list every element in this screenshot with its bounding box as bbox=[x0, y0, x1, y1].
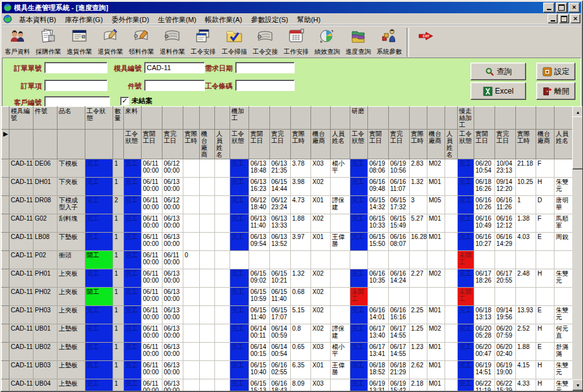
cell-product-name[interactable]: 下夾板 bbox=[58, 178, 85, 196]
incoming-person-cell[interactable] bbox=[215, 288, 230, 306]
machining-status-cell[interactable] bbox=[230, 251, 249, 269]
machining-status-cell[interactable]: 完工 bbox=[230, 343, 249, 361]
incoming-hours-cell[interactable] bbox=[183, 214, 200, 233]
grinding-person-cell[interactable] bbox=[445, 343, 458, 361]
wirecut-end-cell[interactable]: 06/20 02:40 bbox=[495, 343, 516, 361]
incoming-end-cell[interactable]: 06/13 00:00 bbox=[163, 269, 183, 288]
wirecut-start-cell[interactable]: 06/20 00:47 bbox=[474, 343, 495, 361]
cell-overall-status[interactable]: 完工 bbox=[85, 233, 113, 251]
grinding-hours-cell[interactable]: 2.62 bbox=[410, 361, 427, 379]
machining-person-cell[interactable]: 楊小平 bbox=[331, 159, 350, 178]
cell-qty[interactable]: 1 bbox=[113, 178, 124, 196]
wirecut-end-cell[interactable]: 09/14 12:20 bbox=[495, 178, 516, 196]
grinding-status-cell[interactable]: 完工 bbox=[350, 379, 368, 391]
cell-overall-status[interactable]: 完工 bbox=[85, 379, 113, 391]
machining-person-cell[interactable] bbox=[331, 306, 350, 324]
incoming-machine-cell[interactable] bbox=[200, 178, 215, 196]
wirecut-hours-cell[interactable]: 2.48 bbox=[516, 269, 536, 288]
wirecut-hours-cell[interactable]: 4.03 bbox=[516, 233, 536, 251]
toolbar-progress-query-button[interactable]: 進度查詢 bbox=[343, 26, 374, 59]
machining-person-cell[interactable]: 譚保建 bbox=[331, 324, 350, 343]
settings-button[interactable]: 設定 bbox=[536, 63, 575, 80]
machining-status-cell[interactable]: 完工 bbox=[230, 288, 249, 306]
grinding-start-cell[interactable]: 06/19 13:31 bbox=[368, 379, 389, 391]
cell-overall-status[interactable]: 開工 bbox=[85, 288, 113, 306]
toolbar-workorder-scan-button[interactable]: 工令掃描 bbox=[219, 26, 250, 59]
query-button[interactable]: 查詢 bbox=[470, 63, 526, 80]
machining-start-cell[interactable]: 06/15 15:13 bbox=[249, 379, 270, 391]
machining-start-cell[interactable]: 06/13 11:40 bbox=[249, 214, 270, 233]
grinding-machine-cell[interactable] bbox=[427, 288, 445, 306]
row-selector[interactable] bbox=[2, 159, 9, 178]
menu-item[interactable]: 基本資料(B) bbox=[15, 15, 61, 24]
machining-end-cell[interactable]: 06/16 02:55 bbox=[270, 361, 291, 379]
machining-start-cell[interactable]: 06/14 00:11 bbox=[249, 324, 270, 343]
wirecut-status-cell[interactable]: 完工 bbox=[458, 379, 474, 391]
machining-start-cell[interactable]: 06/12 18:40 bbox=[249, 196, 270, 214]
toolbar-work-schedule-button[interactable]: 工作安排 bbox=[281, 26, 312, 59]
wirecut-person-cell[interactable]: 朱雙元 bbox=[555, 269, 573, 288]
cell-part-no[interactable]: DH01 bbox=[34, 178, 58, 196]
cell-part-no[interactable]: PH03 bbox=[34, 306, 58, 324]
wirecut-start-cell[interactable]: 06/20 10:54 bbox=[474, 159, 495, 178]
grinding-status-cell[interactable] bbox=[350, 251, 368, 269]
incoming-machine-cell[interactable] bbox=[200, 343, 215, 361]
machining-machine-cell[interactable]: X02 bbox=[311, 288, 331, 306]
machining-start-cell[interactable]: 06/14 00:15 bbox=[249, 343, 270, 361]
cell-mold-no[interactable]: CAD-11 bbox=[9, 196, 34, 214]
incoming-hours-cell[interactable] bbox=[183, 361, 200, 379]
grinding-machine-cell[interactable]: M01 bbox=[427, 343, 445, 361]
grinding-machine-cell[interactable]: M02 bbox=[427, 269, 445, 288]
grinding-person-cell[interactable] bbox=[445, 196, 458, 214]
incoming-hours-cell[interactable] bbox=[183, 343, 200, 361]
cell-part-no[interactable]: PH02 bbox=[34, 288, 58, 306]
machining-end-cell[interactable]: 06/15 10:21 bbox=[270, 269, 291, 288]
cell-mold-no[interactable]: CAD-11 bbox=[9, 214, 34, 233]
cell-qty[interactable]: 1 bbox=[113, 159, 124, 178]
incoming-machine-cell[interactable] bbox=[200, 324, 215, 343]
cell-part-no[interactable]: UB01 bbox=[34, 324, 58, 343]
child-minimize-button[interactable] bbox=[548, 14, 558, 23]
grinding-machine-cell[interactable]: M01 bbox=[427, 361, 445, 379]
machining-status-cell[interactable]: 完工 bbox=[230, 233, 249, 251]
incoming-status-cell[interactable]: 完工 bbox=[124, 288, 142, 306]
incoming-status-cell[interactable]: 完工 bbox=[124, 361, 142, 379]
grinding-status-cell[interactable]: 完工 bbox=[350, 159, 368, 178]
cell-qty[interactable]: 1 bbox=[113, 306, 124, 324]
grinding-person-cell[interactable] bbox=[445, 306, 458, 324]
machining-machine-cell[interactable]: X03 bbox=[311, 379, 331, 391]
scroll-down-icon[interactable]: ▼ bbox=[572, 379, 582, 391]
incoming-hours-cell[interactable] bbox=[183, 269, 200, 288]
cell-qty[interactable]: 1 bbox=[113, 214, 124, 233]
grinding-end-cell[interactable]: 06/19 10:56 bbox=[389, 159, 410, 178]
toolbar-return-material-button[interactable]: 退料作業 bbox=[157, 26, 188, 59]
cell-qty[interactable]: 1 bbox=[113, 379, 124, 391]
wirecut-machine-cell[interactable]: H bbox=[536, 379, 555, 391]
incoming-status-cell[interactable]: 完工 bbox=[124, 159, 142, 178]
incoming-start-cell[interactable]: 06/11 00:00 bbox=[142, 251, 163, 269]
grinding-person-cell[interactable] bbox=[445, 379, 458, 391]
grinding-hours-cell[interactable]: 2.27 bbox=[410, 269, 427, 288]
machining-person-cell[interactable] bbox=[331, 214, 350, 233]
cell-qty[interactable]: 1 bbox=[113, 233, 124, 251]
machining-person-cell[interactable] bbox=[331, 269, 350, 288]
grinding-end-cell[interactable]: 06/17 14:55 bbox=[389, 324, 410, 343]
incoming-person-cell[interactable] bbox=[215, 269, 230, 288]
machining-person-cell[interactable] bbox=[331, 251, 350, 269]
wirecut-end-cell[interactable]: 06/16 14:29 bbox=[495, 233, 516, 251]
grinding-person-cell[interactable] bbox=[445, 251, 458, 269]
row-selector[interactable] bbox=[2, 324, 9, 343]
menu-item[interactable]: 庫存作業(G) bbox=[61, 15, 107, 24]
wirecut-start-cell[interactable]: 06/20 05:28 bbox=[474, 324, 495, 343]
grinding-hours-cell[interactable]: 5.27 bbox=[410, 214, 427, 233]
cell-mold-no[interactable]: CAD-11 bbox=[9, 379, 34, 391]
machining-start-cell[interactable]: 06/13 09:54 bbox=[249, 233, 270, 251]
incoming-end-cell[interactable]: 06/12 00:00 bbox=[163, 159, 183, 178]
cell-overall-status[interactable]: 完工 bbox=[85, 269, 113, 288]
incoming-machine-cell[interactable] bbox=[200, 306, 215, 324]
wirecut-start-cell[interactable]: 06/18 13:13 bbox=[474, 306, 495, 324]
row-selector[interactable] bbox=[2, 178, 9, 196]
grinding-end-cell[interactable]: 06/17 14:55 bbox=[389, 343, 410, 361]
wirecut-machine-cell[interactable]: E bbox=[536, 233, 555, 251]
grinding-machine-cell[interactable]: M01 bbox=[427, 233, 445, 251]
